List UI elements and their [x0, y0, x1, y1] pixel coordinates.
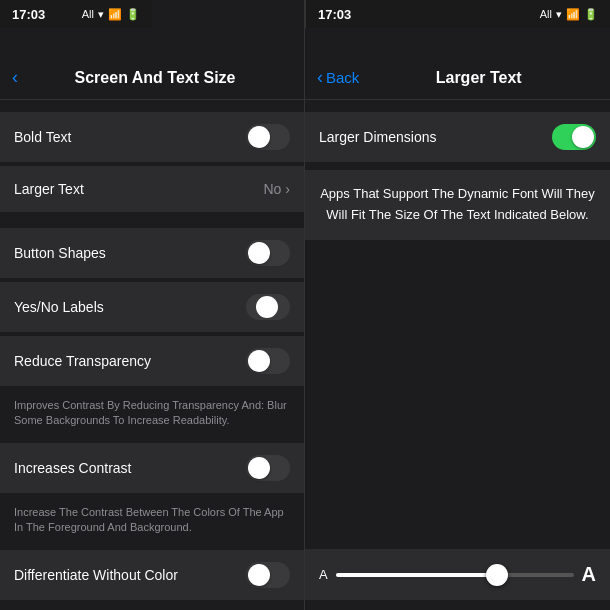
button-shapes-row[interactable]: Button Shapes: [0, 228, 304, 278]
wifi-bars-icon: 📶: [108, 8, 122, 21]
increases-contrast-label: Increases Contrast: [14, 460, 132, 476]
slider-track[interactable]: [336, 573, 574, 577]
right-back-chevron-icon: ‹: [317, 67, 323, 88]
differentiate-description: Replaces The UI Elements That You They O…: [0, 604, 304, 610]
reduce-transparency-label: Reduce Transparency: [14, 353, 151, 369]
increases-contrast-description: Increase The Contrast Between The Colors…: [0, 497, 304, 546]
info-box: Apps That Support The Dynamic Font Will …: [305, 170, 610, 240]
info-text: Apps That Support The Dynamic Font Will …: [320, 186, 595, 222]
yes-no-labels-toggle-thumb: [256, 296, 278, 318]
larger-text-label: Larger Text: [14, 181, 84, 197]
yes-no-labels-row[interactable]: Yes/No Labels: [0, 282, 304, 332]
larger-text-chevron: ›: [285, 181, 290, 197]
differentiate-toggle[interactable]: [246, 562, 290, 588]
yes-no-labels-label: Yes/No Labels: [14, 299, 104, 315]
right-content: Larger Dimensions Apps That Support The …: [305, 100, 610, 610]
larger-text-row[interactable]: Larger Text No ›: [0, 166, 304, 212]
right-wifi-icon: ▾: [556, 8, 562, 21]
increases-contrast-toggle-thumb: [248, 457, 270, 479]
wifi-icon: ▾: [98, 8, 104, 21]
larger-dimensions-toggle[interactable]: [552, 124, 596, 150]
right-status-icons: All ▾ 📶 🔋: [540, 8, 598, 21]
right-nav-title: Larger Text: [359, 69, 598, 87]
slider-label-left: A: [319, 567, 328, 582]
increases-contrast-toggle[interactable]: [246, 455, 290, 481]
gap-1: [0, 216, 304, 224]
button-shapes-toggle-thumb: [248, 242, 270, 264]
larger-dimensions-toggle-thumb: [572, 126, 594, 148]
left-status-bar: 17:03 All ▾ 📶 🔋: [0, 0, 152, 28]
larger-text-value: No ›: [263, 181, 290, 197]
right-back-button[interactable]: ‹ Back: [317, 67, 359, 88]
slider-fill: [336, 573, 498, 577]
slider-label-right: A: [582, 563, 596, 586]
left-content: Bold Text Larger Text No › Button Shapes…: [0, 100, 304, 610]
left-panel: 17:03 All ▾ 📶 🔋 ‹ Screen And Text Size B…: [0, 0, 305, 610]
right-status-time: 17:03: [318, 7, 351, 22]
button-shapes-label: Button Shapes: [14, 245, 106, 261]
bold-text-row[interactable]: Bold Text: [0, 112, 304, 162]
increases-contrast-row[interactable]: Increases Contrast: [0, 443, 304, 493]
bold-text-toggle[interactable]: [246, 124, 290, 150]
larger-dimensions-row[interactable]: Larger Dimensions: [305, 112, 610, 162]
bold-text-label: Bold Text: [14, 129, 71, 145]
left-nav-title: Screen And Text Size: [18, 69, 292, 87]
larger-dimensions-label: Larger Dimensions: [319, 129, 437, 145]
differentiate-without-color-label: Differentiate Without Color: [14, 567, 178, 583]
right-panel: 17:03 All ▾ 📶 🔋 ‹ Back Larger Text Large…: [305, 0, 610, 610]
differentiate-without-color-row[interactable]: Differentiate Without Color: [0, 550, 304, 600]
bold-text-toggle-thumb: [248, 126, 270, 148]
battery-icon: 🔋: [126, 8, 140, 21]
right-signal-icon: All: [540, 8, 552, 20]
right-battery-icon: 🔋: [584, 8, 598, 21]
left-status-time: 17:03: [12, 7, 45, 22]
signal-icon: All: [82, 8, 94, 20]
button-shapes-toggle[interactable]: [246, 240, 290, 266]
reduce-transparency-toggle-thumb: [248, 350, 270, 372]
right-status-bar: 17:03 All ▾ 📶 🔋: [305, 0, 610, 28]
font-size-slider-container: A A: [305, 549, 610, 600]
right-back-label: Back: [326, 69, 359, 86]
left-status-icons: All ▾ 📶 🔋: [82, 8, 140, 21]
reduce-transparency-toggle[interactable]: [246, 348, 290, 374]
larger-text-no: No: [263, 181, 281, 197]
differentiate-toggle-thumb: [248, 564, 270, 586]
slider-thumb[interactable]: [486, 564, 508, 586]
yes-no-labels-toggle[interactable]: [246, 294, 290, 320]
right-wifi-bars-icon: 📶: [566, 8, 580, 21]
reduce-transparency-description: Improves Contrast By Reducing Transparen…: [0, 390, 304, 439]
reduce-transparency-row[interactable]: Reduce Transparency: [0, 336, 304, 386]
left-nav-bar: ‹ Screen And Text Size: [0, 56, 304, 100]
right-nav-bar: ‹ Back Larger Text: [305, 56, 610, 100]
